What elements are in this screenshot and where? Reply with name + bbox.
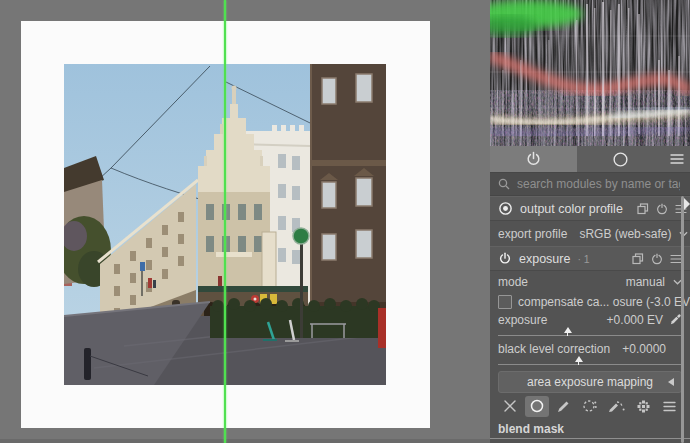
tab-module-groups[interactable] <box>577 146 664 172</box>
blend-menu-icon[interactable] <box>658 396 682 417</box>
export-profile-value[interactable]: sRGB (web-safe) <box>579 227 671 241</box>
panel-scrollbar[interactable] <box>681 196 684 443</box>
search-input[interactable] <box>515 176 682 192</box>
mask-parametric-icon[interactable] <box>578 396 602 417</box>
black-level-row: black level correction +0.0000 <box>490 340 690 357</box>
mask-drawn-icon[interactable] <box>551 396 575 417</box>
mask-uniform-icon[interactable] <box>525 396 549 417</box>
mask-drawn-parametric-icon[interactable] <box>605 396 629 417</box>
exposure-value-row: exposure +0.000 EV <box>490 311 690 328</box>
exposure-value[interactable]: +0.000 EV <box>607 313 663 327</box>
black-level-slider-track[interactable] <box>498 364 682 365</box>
compensate-checkbox[interactable] <box>498 295 512 309</box>
power-icon[interactable] <box>498 252 512 266</box>
duplicate-icon[interactable] <box>632 253 644 265</box>
exposure-mode-row: mode manual <box>490 271 690 292</box>
mode-label: mode <box>498 275 528 289</box>
circle-icon <box>612 151 629 168</box>
compensate-exposure-row: compensate ca... osure (-3.0 EV) <box>490 292 690 311</box>
exposure-label: exposure <box>498 313 547 327</box>
blend-mask-mode-row <box>490 394 690 418</box>
mode-value[interactable]: manual <box>626 275 665 289</box>
canvas-bottom-edge <box>0 439 490 443</box>
collapse-left-icon[interactable] <box>668 378 674 386</box>
tab-active-modules[interactable] <box>490 146 577 172</box>
area-exposure-mapping-button[interactable]: area exposure mapping <box>498 371 682 393</box>
exposure-slider-track[interactable] <box>498 335 682 336</box>
vertical-guide-line[interactable] <box>224 0 226 443</box>
search-icon <box>498 178 510 190</box>
exposure-slider[interactable] <box>498 328 682 340</box>
mask-raster-icon[interactable] <box>631 396 655 417</box>
duplicate-icon[interactable] <box>637 203 649 215</box>
module-title: exposure <box>519 252 570 266</box>
right-panel: output color profile <box>490 0 690 443</box>
hamburger-icon <box>670 153 684 165</box>
blend-mask-title: blend mask <box>498 422 564 436</box>
histogram-scope[interactable] <box>490 0 690 146</box>
module-group-tabs <box>490 146 690 173</box>
black-level-value[interactable]: +0.0000 <box>622 342 666 356</box>
area-exposure-mapping-label: area exposure mapping <box>527 375 653 389</box>
exposure-slider-marker[interactable] <box>564 327 572 333</box>
black-level-label: black level correction <box>498 342 610 356</box>
image-canvas[interactable] <box>0 0 490 443</box>
module-title: output color profile <box>520 202 623 216</box>
module-header-exposure[interactable]: exposure · 1 <box>490 246 690 271</box>
black-level-slider-marker[interactable] <box>575 356 583 362</box>
reset-icon[interactable] <box>651 253 663 265</box>
panel-collapse-arrow[interactable] <box>684 198 690 210</box>
module-instance-label: · 1 <box>577 253 589 265</box>
darktable-darkroom-window: output color profile <box>0 0 690 443</box>
reset-icon[interactable] <box>656 203 668 215</box>
module-search <box>490 173 690 196</box>
export-profile-label: export profile <box>498 227 567 241</box>
blend-mask-section-header: blend mask <box>490 418 690 439</box>
compensate-label: compensate ca... osure (-3.0 EV) <box>518 295 690 309</box>
module-header-output-color-profile[interactable]: output color profile <box>490 196 690 221</box>
black-level-slider[interactable] <box>498 357 682 369</box>
export-profile-row: export profile sRGB (web-safe) <box>490 221 690 246</box>
power-icon <box>525 151 542 168</box>
tab-presets-menu-button[interactable] <box>664 146 690 172</box>
ring-dot-icon <box>498 201 513 216</box>
mask-off-icon[interactable] <box>498 396 522 417</box>
